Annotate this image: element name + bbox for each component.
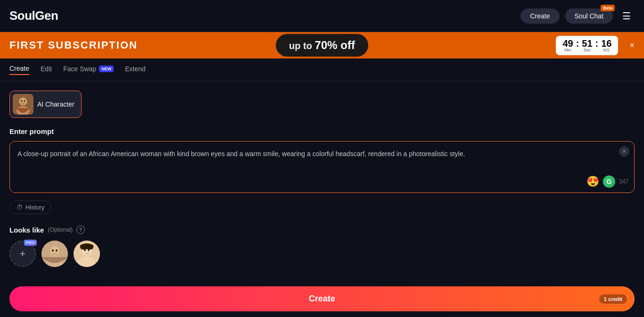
header: SoulGen Create Soul Chat Beta ☰	[0, 0, 644, 32]
soul-chat-label: Soul Chat	[575, 12, 603, 20]
character-avatar	[13, 94, 33, 115]
banner-offer: up to 70% off	[276, 34, 368, 57]
header-actions: Create Soul Chat Beta ☰	[520, 8, 635, 24]
create-button-label: Create	[309, 294, 335, 303]
history-label: History	[25, 204, 44, 211]
character-label: AI Character	[37, 100, 74, 108]
plus-icon: +	[20, 248, 26, 260]
prompt-box[interactable]: A close-up portrait of an African Americ…	[9, 141, 635, 193]
history-button[interactable]: ⏱ History	[9, 200, 51, 214]
countdown-timer: 49 Min : 51 Sec : 16 MS	[556, 36, 618, 55]
add-face-button[interactable]: PRO +	[9, 241, 36, 267]
svg-point-11	[56, 250, 58, 252]
help-icon[interactable]: ?	[76, 225, 85, 234]
face-reference-1[interactable]	[41, 241, 68, 267]
nav-tabs: Create Edit Face Swap NEW Extend	[0, 58, 644, 81]
offer-text: up to 70% off	[289, 41, 355, 51]
create-nav-button[interactable]: Create	[520, 8, 559, 24]
prompt-clear-button[interactable]: ×	[619, 146, 629, 157]
svg-point-4	[21, 100, 23, 102]
logo: SoulGen	[9, 8, 58, 23]
pro-badge: PRO	[24, 240, 37, 246]
svg-point-10	[52, 250, 54, 252]
timer-seconds: 51 Sec	[582, 39, 592, 52]
beta-badge: Beta	[601, 5, 615, 11]
credit-badge: 1 credit	[599, 294, 627, 304]
main-content: AI Character Enter prompt A close-up por…	[0, 81, 644, 267]
banner-close-button[interactable]: ×	[629, 41, 635, 50]
menu-icon[interactable]: ☰	[619, 8, 635, 24]
soul-chat-button[interactable]: Soul Chat Beta	[565, 8, 613, 24]
banner-title: FIRST SUBSCRIPTION	[9, 39, 138, 51]
face-reference-2[interactable]	[74, 241, 100, 267]
tab-edit[interactable]: Edit	[41, 65, 52, 75]
tab-create[interactable]: Create	[9, 65, 29, 75]
prompt-text: A close-up portrait of an African Americ…	[17, 149, 627, 177]
grammarly-button[interactable]: G	[603, 175, 615, 188]
looks-like-text: Looks like	[9, 226, 44, 234]
face-references: PRO +	[9, 241, 635, 267]
char-count: 347	[619, 178, 628, 185]
new-badge: NEW	[99, 66, 114, 72]
create-button[interactable]: Create 1 credit	[9, 286, 635, 311]
optional-text: (Optional)	[48, 226, 73, 233]
tab-extend[interactable]: Extend	[125, 65, 146, 75]
timer-minutes: 49 Min	[562, 39, 573, 52]
tab-face-swap[interactable]: Face Swap NEW	[63, 65, 114, 75]
emoji-button[interactable]: 😍	[586, 175, 599, 188]
timer-ms: 16 MS	[601, 39, 611, 52]
prompt-footer: 😍 G 347	[586, 175, 628, 188]
ai-character-card[interactable]: AI Character	[9, 91, 82, 118]
prompt-label: Enter prompt	[9, 127, 635, 135]
create-button-bar: Create 1 credit	[0, 281, 644, 317]
looks-like-label: Looks like (Optional) ?	[9, 225, 635, 234]
subscription-banner: FIRST SUBSCRIPTION up to 70% off 49 Min …	[0, 32, 644, 58]
svg-point-5	[24, 100, 25, 102]
history-icon: ⏱	[17, 204, 23, 211]
